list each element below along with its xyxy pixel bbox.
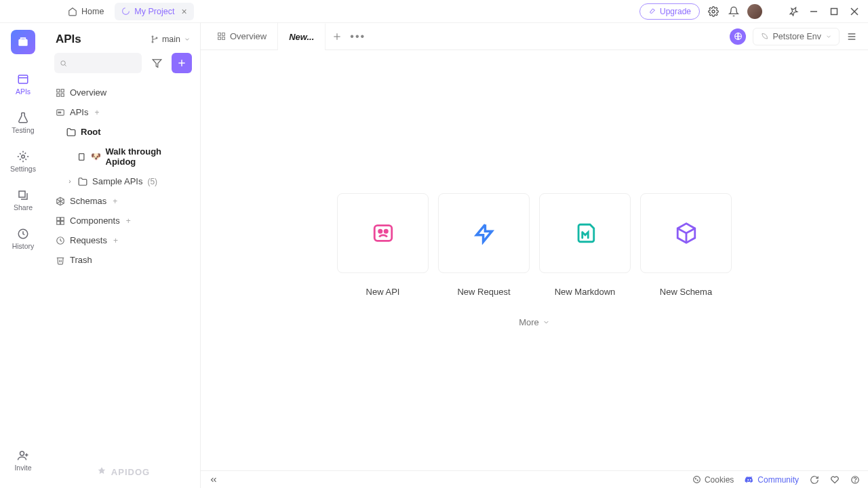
schemas-icon (56, 197, 65, 206)
sb-sync-button[interactable] (810, 475, 819, 485)
card-new-request[interactable] (438, 193, 530, 273)
filter-button[interactable] (147, 53, 166, 73)
rail-item-apis[interactable]: APIs (4, 68, 42, 101)
rail-item-history[interactable]: History (4, 222, 42, 256)
branch-selector[interactable]: main (151, 35, 191, 44)
svg-point-47 (378, 230, 381, 232)
pin-icon[interactable] (787, 5, 800, 18)
sb-help-button[interactable] (850, 475, 860, 485)
search-icon (60, 59, 67, 68)
tab-actions: ••• (332, 30, 366, 43)
tree-add-icon[interactable]: + (126, 216, 131, 226)
rail-item-testing[interactable]: Testing (4, 106, 42, 140)
settings-icon (17, 150, 29, 163)
tree-requests[interactable]: Requests + (50, 230, 196, 250)
tab-project[interactable]: My Project × (115, 3, 193, 20)
search-input[interactable] (71, 58, 136, 68)
filter-icon (152, 58, 162, 68)
sidebar-header: APIs main (46, 23, 200, 53)
svg-rect-39 (222, 37, 225, 40)
sb-community[interactable]: Community (745, 475, 799, 485)
rail-label: Invite (14, 464, 31, 472)
doc-icon (77, 152, 86, 161)
main: Overview New... ••• Petstore Env (201, 23, 868, 470)
spinner-icon (121, 7, 130, 16)
card-label: New Markdown (555, 287, 616, 297)
svg-rect-25 (57, 94, 60, 96)
share-icon (17, 189, 29, 201)
sb-feedback-button[interactable] (830, 475, 840, 485)
cards-row: New API New Request New Markdown New Sch… (337, 193, 732, 297)
svg-point-49 (694, 476, 701, 483)
rail-item-settings[interactable]: Settings (4, 145, 42, 178)
chevron-right-icon: › (66, 178, 73, 185)
maximize-button[interactable] (827, 7, 841, 16)
tree-trash[interactable]: Trash (50, 250, 196, 270)
sb-cookies[interactable]: Cookies (692, 475, 734, 485)
tab-overview[interactable]: Overview (206, 23, 278, 50)
titlebar-right: Upgrade (639, 3, 861, 20)
api-icon (56, 108, 65, 117)
apis-icon (17, 73, 29, 85)
env-badge[interactable] (730, 28, 746, 45)
card-new-markdown[interactable] (539, 193, 631, 273)
search-input-wrap[interactable] (54, 53, 142, 73)
svg-rect-37 (222, 33, 225, 36)
tree-schemas[interactable]: Schemas + (50, 191, 196, 211)
gear-icon[interactable] (707, 5, 720, 18)
tree-add-icon[interactable]: + (94, 108, 99, 117)
collapse-sidebar-button[interactable] (209, 475, 218, 485)
card-new-schema[interactable] (640, 193, 732, 273)
tree-apis[interactable]: APIs + (50, 102, 196, 122)
history-icon (17, 228, 29, 240)
tree-label: Root (81, 127, 101, 137)
content: New API New Request New Markdown New Sch… (201, 50, 868, 470)
bell-icon[interactable] (727, 5, 741, 18)
tree-root[interactable]: Root (50, 122, 196, 142)
upgrade-button[interactable]: Upgrade (639, 3, 700, 20)
svg-point-48 (384, 230, 387, 232)
card-new-api[interactable] (337, 193, 429, 273)
tree-walkthrough[interactable]: 🐶 Walk through Apidog (50, 142, 196, 171)
minimize-button[interactable] (807, 7, 821, 16)
heart-icon (830, 475, 840, 485)
tab-new[interactable]: New... (278, 23, 326, 50)
tab-home[interactable]: Home (61, 3, 111, 20)
close-button[interactable] (848, 7, 861, 16)
avatar[interactable] (747, 4, 762, 19)
card-label: New Schema (660, 287, 712, 297)
close-icon[interactable]: × (181, 6, 186, 17)
tree-add-icon[interactable]: + (113, 236, 118, 245)
tree-overview[interactable]: Overview (50, 83, 196, 102)
chevron-down-icon (542, 319, 550, 326)
svg-rect-34 (61, 221, 64, 224)
brand-icon (96, 466, 107, 477)
new-tab-button[interactable] (332, 32, 342, 41)
hamburger-icon[interactable] (846, 31, 857, 42)
more-tabs-button[interactable]: ••• (350, 30, 366, 43)
svg-point-12 (20, 451, 24, 455)
rail-item-share[interactable]: Share (4, 184, 42, 217)
rail-label: Share (14, 203, 33, 211)
tree-components[interactable]: Components + (50, 211, 196, 230)
more-button[interactable]: More (519, 317, 550, 327)
app-logo[interactable] (11, 30, 35, 54)
components-icon (56, 216, 65, 226)
tree-add-icon[interactable]: + (113, 197, 117, 206)
tree-sample-apis[interactable]: › Sample APIs (5) (50, 171, 196, 191)
svg-point-50 (695, 479, 696, 479)
tab-label: New... (289, 32, 314, 42)
svg-rect-26 (61, 94, 64, 96)
api-card-icon (372, 222, 395, 245)
rail-label: Settings (10, 165, 36, 173)
plus-icon (177, 58, 186, 68)
dog-emoji-icon: 🐶 (91, 152, 101, 161)
tree-label: Schemas (70, 196, 106, 206)
env-area: Petstore Env (730, 28, 863, 45)
svg-point-28 (58, 112, 60, 113)
rail-item-invite[interactable]: Invite (4, 444, 42, 477)
chevrons-left-icon (209, 475, 218, 485)
add-button[interactable] (172, 53, 192, 73)
svg-point-53 (855, 481, 856, 482)
env-selector[interactable]: Petstore Env (753, 28, 840, 45)
